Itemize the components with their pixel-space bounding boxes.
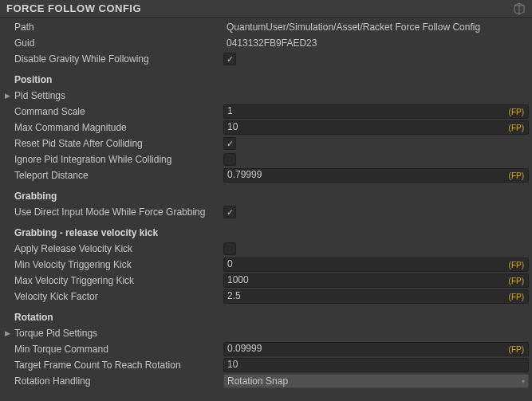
target-frame-label: Target Frame Count To Reach Rotation xyxy=(14,360,223,371)
disable-gravity-checkbox[interactable] xyxy=(223,53,236,65)
field-ignore-pid: Ignore Pid Integration While Colliding xyxy=(0,151,532,167)
field-direct-input: Use Direct Input Mode While Force Grabbi… xyxy=(0,204,532,220)
field-min-velocity: Min Velocity Triggering Kick 0 (FP) xyxy=(0,257,532,273)
min-vel-label: Min Velocity Triggering Kick xyxy=(14,259,223,270)
release-heading: Grabbing - release velocity kick xyxy=(14,227,158,238)
field-max-command: Max Command Magnitude 10 (FP) xyxy=(0,120,532,136)
field-min-torque: Min Torque Command 0.09999 (FP) xyxy=(0,341,532,357)
min-torque-input[interactable]: 0.09999 xyxy=(223,342,529,356)
ignore-pid-checkbox[interactable] xyxy=(223,153,236,166)
chevron-down-icon: ▾ xyxy=(522,378,525,385)
section-grabbing: Grabbing xyxy=(0,188,532,204)
field-path: Path QuantumUser/Simulation/Asset/Racket… xyxy=(0,19,532,35)
field-rotation-handling: Rotation Handling Rotation Snap ▾ xyxy=(0,373,532,389)
max-command-label: Max Command Magnitude xyxy=(14,122,223,133)
field-reset-pid: Reset Pid State After Colliding xyxy=(0,136,532,151)
foldout-torque-pid[interactable]: ▶ Torque Pid Settings xyxy=(0,325,532,341)
kick-factor-label: Velocity Kick Factor xyxy=(14,291,223,302)
field-disable-gravity: Disable Gravity While Following xyxy=(0,51,532,67)
field-kick-factor: Velocity Kick Factor 2.5 (FP) xyxy=(0,289,532,305)
chevron-right-icon: ▶ xyxy=(5,329,13,337)
apply-kick-checkbox[interactable] xyxy=(223,242,236,255)
chevron-right-icon: ▶ xyxy=(5,92,13,100)
max-vel-input[interactable]: 1000 xyxy=(223,273,529,288)
field-target-frame: Target Frame Count To Reach Rotation 10 xyxy=(0,357,532,373)
section-rotation: Rotation xyxy=(0,309,532,325)
reset-pid-checkbox[interactable] xyxy=(223,137,236,150)
direct-input-label: Use Direct Input Mode While Force Grabbi… xyxy=(14,206,223,218)
field-guid: Guid 0413132FB9FAED23 xyxy=(0,35,532,51)
grabbing-heading: Grabbing xyxy=(14,191,57,202)
reset-pid-label: Reset Pid State After Colliding xyxy=(14,138,223,149)
torque-pid-label: Torque Pid Settings xyxy=(14,328,97,339)
max-vel-label: Max Velocity Triggering Kick xyxy=(14,275,223,286)
rotation-handling-label: Rotation Handling xyxy=(14,375,223,387)
command-scale-input[interactable]: 1 xyxy=(223,104,529,119)
field-apply-kick: Apply Release Velocity Kick xyxy=(0,241,532,257)
guid-value: 0413132FB9FAED23 xyxy=(223,37,317,49)
path-value: QuantumUser/Simulation/Asset/Racket Forc… xyxy=(223,22,480,33)
field-max-velocity: Max Velocity Triggering Kick 1000 (FP) xyxy=(0,273,532,289)
field-command-scale: Command Scale 1 (FP) xyxy=(0,104,532,120)
guid-label: Guid xyxy=(14,37,223,49)
target-frame-input[interactable]: 10 xyxy=(223,358,529,372)
disable-gravity-label: Disable Gravity While Following xyxy=(14,53,223,65)
ignore-pid-label: Ignore Pid Integration While Colliding xyxy=(14,154,223,165)
direct-input-checkbox[interactable] xyxy=(223,206,236,218)
foldout-pid-settings[interactable]: ▶ Pid Settings xyxy=(0,88,532,104)
field-teleport-distance: Teleport Distance 0.79999 (FP) xyxy=(0,167,532,183)
rotation-handling-dropdown[interactable]: Rotation Snap ▾ xyxy=(223,374,529,388)
teleport-label: Teleport Distance xyxy=(14,170,223,181)
command-scale-label: Command Scale xyxy=(14,106,223,117)
rotation-handling-value: Rotation Snap xyxy=(227,375,288,387)
position-heading: Position xyxy=(14,74,52,85)
min-vel-input[interactable]: 0 xyxy=(223,258,529,272)
inspector-header: FORCE FOLLOW CONFIG xyxy=(0,0,532,18)
max-command-input[interactable]: 10 xyxy=(223,120,529,135)
kick-factor-input[interactable]: 2.5 xyxy=(223,289,529,304)
inspector-body: Path QuantumUser/Simulation/Asset/Racket… xyxy=(0,18,532,391)
asset-icon[interactable] xyxy=(513,2,526,15)
path-label: Path xyxy=(14,22,223,33)
teleport-input[interactable]: 0.79999 xyxy=(223,168,529,183)
rotation-heading: Rotation xyxy=(14,312,53,323)
pid-settings-label: Pid Settings xyxy=(14,90,65,101)
apply-kick-label: Apply Release Velocity Kick xyxy=(14,243,223,254)
min-torque-label: Min Torque Command xyxy=(14,344,223,355)
inspector-title: FORCE FOLLOW CONFIG xyxy=(6,2,141,14)
section-position: Position xyxy=(0,72,532,88)
section-release-kick: Grabbing - release velocity kick xyxy=(0,225,532,241)
